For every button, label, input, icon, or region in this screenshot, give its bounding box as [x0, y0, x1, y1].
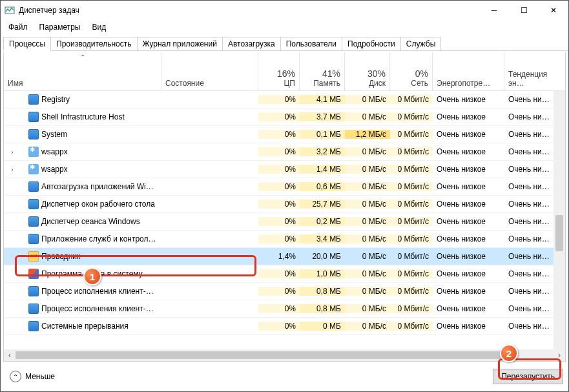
table-row[interactable]: ›wsappx0%1,4 МБ0 МБ/с0 Мбит/сОчень низко… — [4, 161, 565, 178]
cell-network: 0 Мбит/с — [390, 112, 433, 121]
tab-services[interactable]: Службы — [400, 37, 441, 51]
process-icon — [28, 112, 39, 122]
table-row[interactable]: Диспетчер окон рабочего стола0%25,7 МБ0 … — [4, 196, 565, 213]
cell-cpu: 0% — [258, 165, 300, 174]
menu-options[interactable]: Параметры — [34, 21, 86, 33]
chevron-up-icon: ⌃ — [10, 371, 21, 382]
cell-disk: 0 МБ/с — [345, 269, 390, 278]
table-row[interactable]: Системные прерывания0%0 МБ0 МБ/с0 Мбит/с… — [4, 318, 565, 335]
col-memory[interactable]: 41% Память — [300, 52, 345, 90]
table-row[interactable]: Процесс исполнения клиент-…0%0,8 МБ0 МБ/… — [4, 283, 565, 300]
col-trend[interactable]: Тенденция эн… — [504, 52, 565, 90]
cell-memory: 4,1 МБ — [300, 95, 345, 104]
cell-cpu: 0% — [258, 234, 300, 243]
minimize-button[interactable]: ─ — [479, 1, 509, 20]
scroll-track[interactable] — [16, 349, 553, 361]
maximize-button[interactable]: ☐ — [509, 1, 539, 20]
scroll-right-icon[interactable]: › — [553, 349, 565, 361]
cell-power: Очень низкое — [433, 130, 504, 139]
table-row[interactable]: ›wsappx0%3,2 МБ0 МБ/с0 Мбит/сОчень низко… — [4, 143, 565, 161]
cell-disk: 0 МБ/с — [345, 304, 390, 313]
process-name: wsappx — [41, 147, 68, 156]
cell-memory: 20,0 МБ — [300, 252, 345, 261]
table-row[interactable]: Диспетчер сеанса Windows0%0,2 МБ0 МБ/с0 … — [4, 213, 565, 231]
table-row[interactable]: Программа входа в систему …0%1,0 МБ0 МБ/… — [4, 265, 565, 283]
expand-toggle[interactable]: › — [8, 149, 17, 156]
column-headers: ⌃ Имя Состояние 16% ЦП 41% Память 30% Ди… — [4, 52, 565, 91]
col-cpu[interactable]: 16% ЦП — [258, 52, 300, 90]
expand-toggle[interactable]: › — [8, 166, 17, 173]
process-icon — [28, 147, 39, 157]
col-state-label: Состояние — [165, 79, 204, 88]
scroll-left-icon[interactable]: ‹ — [4, 349, 16, 361]
tab-performance[interactable]: Производительность — [50, 37, 137, 51]
titlebar: Диспетчер задач ─ ☐ ✕ — [1, 1, 568, 20]
col-disk-label: Диск — [369, 79, 386, 88]
fewer-details-button[interactable]: ⌃ Меньше — [6, 368, 59, 385]
col-power[interactable]: Энергопотре… — [433, 52, 504, 90]
scroll-thumb[interactable] — [16, 351, 510, 359]
cell-disk: 1,2 МБ/с — [345, 130, 390, 139]
process-name: Приложение служб и контрол… — [41, 234, 156, 243]
table-row[interactable]: Автозагрузка приложений Wi…0%0,6 МБ0 МБ/… — [4, 178, 565, 196]
table-row[interactable]: Проводник1,4%20,0 МБ0 МБ/с0 Мбит/сОчень … — [4, 248, 565, 265]
col-name-label: Имя — [8, 79, 23, 88]
horizontal-scrollbar[interactable]: ‹ › — [4, 349, 565, 361]
menu-view[interactable]: Вид — [87, 21, 111, 33]
cell-name: Registry — [4, 94, 161, 105]
cell-power: Очень низкое — [433, 234, 504, 243]
table-row[interactable]: System0%0,1 МБ1,2 МБ/с0 Мбит/сОчень низк… — [4, 126, 565, 143]
table-row[interactable]: Приложение служб и контрол…0%3,4 МБ0 МБ/… — [4, 231, 565, 248]
vertical-scroll-thumb[interactable] — [555, 215, 563, 251]
cell-cpu: 0% — [258, 217, 300, 226]
cell-memory: 0,8 МБ — [300, 304, 345, 313]
table-row[interactable]: Registry0%4,1 МБ0 МБ/с0 Мбит/сОчень низк… — [4, 91, 565, 108]
cell-name: Системные прерывания — [4, 321, 161, 331]
table-row[interactable]: Shell Infrastructure Host0%3,7 МБ0 МБ/с0… — [4, 108, 565, 126]
task-manager-icon — [5, 5, 15, 15]
table-row[interactable]: Процесс исполнения клиент-…0%0,8 МБ0 МБ/… — [4, 300, 565, 318]
col-state[interactable]: Состояние — [161, 52, 258, 90]
process-name: Проводник — [41, 252, 80, 261]
sort-caret-icon: ⌃ — [80, 54, 85, 61]
menu-file[interactable]: Файл — [3, 21, 33, 33]
tab-users[interactable]: Пользователи — [280, 37, 342, 51]
cell-cpu: 0% — [258, 147, 300, 156]
cell-name: Программа входа в систему … — [4, 269, 161, 279]
process-name: Процесс исполнения клиент-… — [41, 287, 154, 296]
tab-startup[interactable]: Автозагрузка — [222, 37, 281, 51]
tab-details[interactable]: Подробности — [342, 37, 401, 51]
cell-cpu: 0% — [258, 322, 300, 331]
cell-disk: 0 МБ/с — [345, 165, 390, 174]
process-name: System — [41, 130, 67, 139]
tab-app-history[interactable]: Журнал приложений — [137, 37, 223, 51]
cell-disk: 0 МБ/с — [345, 95, 390, 104]
process-icon — [28, 251, 39, 262]
col-disk[interactable]: 30% Диск — [345, 52, 390, 90]
restart-button[interactable]: Перезапустить — [493, 369, 563, 384]
col-network[interactable]: 0% Сеть — [390, 52, 433, 90]
cell-cpu: 0% — [258, 130, 300, 139]
process-table: ⌃ Имя Состояние 16% ЦП 41% Память 30% Ди… — [3, 52, 566, 362]
menubar: Файл Параметры Вид — [1, 20, 568, 34]
process-name: Системные прерывания — [41, 322, 129, 331]
cell-memory: 3,7 МБ — [300, 112, 345, 121]
process-name: Диспетчер сеанса Windows — [41, 217, 140, 226]
cell-network: 0 Мбит/с — [390, 130, 433, 139]
cell-disk: 0 МБ/с — [345, 322, 390, 331]
window-title: Диспетчер задач — [19, 6, 79, 15]
process-icon — [28, 321, 39, 331]
col-net-label: Сеть — [411, 79, 428, 88]
process-icon — [28, 164, 39, 174]
col-name[interactable]: ⌃ Имя — [4, 52, 161, 90]
cell-network: 0 Мбит/с — [390, 234, 433, 243]
cell-disk: 0 МБ/с — [345, 200, 390, 209]
vertical-scrollbar[interactable] — [553, 91, 565, 349]
cell-power: Очень низкое — [433, 200, 504, 209]
process-icon — [28, 304, 39, 314]
process-icon — [28, 216, 39, 227]
close-button[interactable]: ✕ — [539, 1, 568, 20]
cell-memory: 0,1 МБ — [300, 130, 345, 139]
tab-processes[interactable]: Процессы — [3, 37, 51, 51]
cell-power: Очень низкое — [433, 147, 504, 156]
